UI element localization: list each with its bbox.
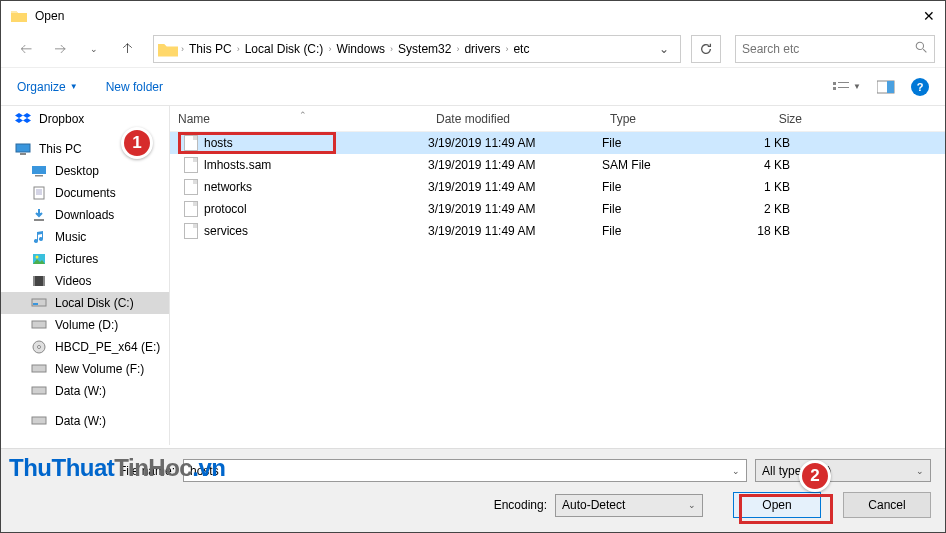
- search-input[interactable]: [742, 42, 915, 56]
- file-date: 3/19/2019 11:49 AM: [428, 158, 602, 172]
- sidebar-item-data-w-2[interactable]: Data (W:): [1, 410, 169, 432]
- pictures-icon: [31, 252, 47, 266]
- encoding-select[interactable]: Auto-Detect ⌄: [555, 494, 703, 517]
- breadcrumb-item[interactable]: Windows: [332, 42, 389, 56]
- downloads-icon: [31, 208, 47, 222]
- svg-rect-23: [33, 303, 38, 305]
- forward-button[interactable]: 🡢: [45, 35, 75, 63]
- sidebar-item-dropbox[interactable]: Dropbox: [1, 108, 169, 130]
- thispc-icon: [15, 142, 31, 156]
- sidebar-item-downloads[interactable]: Downloads: [1, 204, 169, 226]
- address-dropdown[interactable]: ⌄: [652, 42, 676, 56]
- file-type: File: [602, 136, 710, 150]
- col-header-type[interactable]: Type: [602, 112, 710, 126]
- help-button[interactable]: ?: [911, 78, 929, 96]
- file-row[interactable]: protocol 3/19/2019 11:49 AM File 2 KB: [170, 198, 945, 220]
- chevron-down-icon: ⌄: [916, 466, 924, 476]
- col-header-size[interactable]: Size: [710, 112, 810, 126]
- drive-icon: [31, 414, 47, 428]
- sort-caret-icon: ⌃: [299, 110, 307, 120]
- filename-input[interactable]: hosts ⌄: [183, 459, 747, 482]
- file-date: 3/19/2019 11:49 AM: [428, 202, 602, 216]
- svg-rect-3: [838, 82, 849, 83]
- file-type-filter[interactable]: All types (*.*) ⌄: [755, 459, 931, 482]
- recent-dropdown[interactable]: ⌄: [79, 35, 109, 63]
- sidebar-item-data-w[interactable]: Data (W:): [1, 380, 169, 402]
- svg-point-0: [916, 42, 923, 49]
- close-button[interactable]: ✕: [895, 8, 935, 24]
- sidebar-item-hbcd-e[interactable]: HBCD_PE_x64 (E:): [1, 336, 169, 358]
- sidebar-item-videos[interactable]: Videos: [1, 270, 169, 292]
- drive-icon: [31, 384, 47, 398]
- file-row[interactable]: services 3/19/2019 11:49 AM File 18 KB: [170, 220, 945, 242]
- drive-icon: [31, 296, 47, 310]
- dropbox-icon: [15, 112, 31, 126]
- file-row[interactable]: networks 3/19/2019 11:49 AM File 1 KB: [170, 176, 945, 198]
- sidebar-item-music[interactable]: Music: [1, 226, 169, 248]
- drive-icon: [31, 362, 47, 376]
- sidebar-item-label: Documents: [55, 186, 116, 200]
- view-mode-button[interactable]: ▼: [833, 80, 861, 94]
- documents-icon: [31, 186, 47, 200]
- sidebar-item-documents[interactable]: Documents: [1, 182, 169, 204]
- sidebar-item-label: Pictures: [55, 252, 98, 266]
- svg-rect-5: [838, 87, 849, 88]
- new-folder-button[interactable]: New folder: [106, 80, 163, 94]
- svg-rect-9: [20, 153, 26, 155]
- address-bar[interactable]: › This PC› Local Disk (C:)› Windows› Sys…: [153, 35, 681, 63]
- file-size: 1 KB: [710, 136, 810, 150]
- svg-point-26: [38, 346, 41, 349]
- sidebar-item-local-disk-c[interactable]: Local Disk (C:): [1, 292, 169, 314]
- search-icon: [915, 41, 928, 57]
- svg-rect-16: [34, 219, 44, 221]
- file-date: 3/19/2019 11:49 AM: [428, 180, 602, 194]
- svg-rect-27: [32, 365, 46, 372]
- file-size: 2 KB: [710, 202, 810, 216]
- svg-rect-21: [43, 276, 45, 286]
- sidebar-item-label: Data (W:): [55, 384, 106, 398]
- file-name: protocol: [204, 202, 247, 216]
- cancel-button[interactable]: Cancel: [843, 492, 931, 518]
- svg-rect-7: [887, 81, 894, 93]
- up-button[interactable]: 🡡: [113, 35, 143, 63]
- breadcrumb-item[interactable]: Local Disk (C:): [241, 42, 328, 56]
- sidebar-item-new-volume-f[interactable]: New Volume (F:): [1, 358, 169, 380]
- file-row[interactable]: hosts 3/19/2019 11:49 AM File 1 KB: [170, 132, 945, 154]
- svg-rect-8: [16, 144, 30, 152]
- sidebar-item-label: Local Disk (C:): [55, 296, 134, 310]
- file-type: File: [602, 202, 710, 216]
- breadcrumb-item[interactable]: System32: [394, 42, 455, 56]
- sidebar-item-pictures[interactable]: Pictures: [1, 248, 169, 270]
- search-box[interactable]: [735, 35, 935, 63]
- encoding-value: Auto-Detect: [562, 498, 625, 512]
- file-icon: [184, 135, 198, 151]
- back-button[interactable]: 🡠: [11, 35, 41, 63]
- open-button[interactable]: Open: [733, 492, 821, 518]
- organize-menu[interactable]: Organize ▼: [17, 80, 78, 94]
- refresh-button[interactable]: [691, 35, 721, 63]
- music-icon: [31, 230, 47, 244]
- sidebar-item-volume-d[interactable]: Volume (D:): [1, 314, 169, 336]
- preview-pane-button[interactable]: [877, 80, 895, 94]
- chevron-down-icon[interactable]: ⌄: [732, 466, 740, 476]
- col-header-date[interactable]: Date modified: [428, 112, 602, 126]
- file-row[interactable]: lmhosts.sam 3/19/2019 11:49 AM SAM File …: [170, 154, 945, 176]
- svg-rect-12: [34, 187, 44, 199]
- file-name: services: [204, 224, 248, 238]
- breadcrumb-item[interactable]: etc: [509, 42, 533, 56]
- svg-point-18: [36, 256, 39, 259]
- breadcrumb-item[interactable]: This PC: [185, 42, 236, 56]
- sidebar-item-label: This PC: [39, 142, 82, 156]
- file-icon: [184, 223, 198, 239]
- file-date: 3/19/2019 11:49 AM: [428, 224, 602, 238]
- breadcrumb-item[interactable]: drivers: [460, 42, 504, 56]
- col-header-name[interactable]: Name⌃: [170, 112, 428, 126]
- annotation-badge-1: 1: [121, 127, 153, 159]
- refresh-icon: [699, 42, 713, 56]
- file-icon: [184, 179, 198, 195]
- sidebar-item-label: Downloads: [55, 208, 114, 222]
- sidebar-item-desktop[interactable]: Desktop: [1, 160, 169, 182]
- svg-rect-2: [833, 82, 836, 85]
- titlebar: Open ✕: [1, 1, 945, 31]
- toolbar: Organize ▼ New folder ▼ ?: [1, 67, 945, 105]
